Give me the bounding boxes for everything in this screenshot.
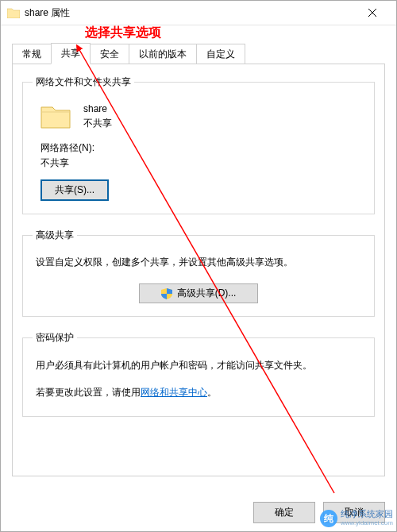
network-path-value: 不共享	[40, 156, 364, 170]
close-button[interactable]	[355, 1, 390, 25]
advanced-sharing-button-label: 高级共享(D)...	[177, 287, 237, 300]
shield-icon	[161, 288, 172, 299]
group-password-protection-legend: 密码保护	[33, 331, 77, 345]
watermark-url: www.yidaimei.com	[341, 519, 393, 528]
watermark-brand: 纯净系统家园	[341, 509, 393, 519]
tab-custom[interactable]: 自定义	[196, 44, 245, 64]
network-path-label: 网络路径(N):	[40, 141, 364, 155]
password-text-1: 用户必须具有此计算机的用户帐户和密码，才能访问共享文件夹。	[36, 357, 361, 373]
password-text-2-suffix: 。	[207, 387, 217, 398]
tab-body: 网络文件和文件夹共享 share 不共享 网络路径(N): 不共享 共享(S).…	[12, 64, 385, 476]
tab-security[interactable]: 安全	[90, 44, 129, 64]
watermark: 纯 纯净系统家园 www.yidaimei.com	[320, 509, 393, 528]
share-button[interactable]: 共享(S)...	[40, 179, 109, 201]
folder-share-status: 不共享	[83, 116, 112, 130]
properties-window: share 属性 选择共享选项 常规 共享 安全 以前的版本 自定义 网络文件和…	[0, 0, 397, 532]
titlebar: share 属性	[1, 1, 396, 25]
password-text-2: 若要更改此设置，请使用网络和共享中心。	[36, 384, 361, 400]
network-sharing-center-link[interactable]: 网络和共享中心	[141, 387, 207, 398]
watermark-text: 纯净系统家园 www.yidaimei.com	[341, 509, 393, 528]
tab-previous-versions[interactable]: 以前的版本	[129, 44, 197, 64]
tab-share[interactable]: 共享	[51, 43, 91, 64]
group-password-protection: 密码保护 用户必须具有此计算机的用户帐户和密码，才能访问共享文件夹。 若要更改此…	[22, 331, 375, 417]
folder-large-icon	[40, 103, 71, 129]
advanced-sharing-button[interactable]: 高级共享(D)...	[139, 283, 258, 303]
advanced-sharing-text: 设置自定义权限，创建多个共享，并设置其他高级共享选项。	[36, 255, 361, 269]
group-advanced-sharing: 高级共享 设置自定义权限，创建多个共享，并设置其他高级共享选项。 高级共享(D)…	[22, 229, 375, 317]
password-text-2-prefix: 若要更改此设置，请使用	[36, 387, 141, 398]
tab-strip: 常规 共享 安全 以前的版本 自定义	[12, 44, 396, 64]
tab-general[interactable]: 常规	[12, 44, 52, 64]
folder-info: share 不共享	[83, 102, 112, 130]
group-network-sharing-legend: 网络文件和文件夹共享	[33, 75, 134, 89]
group-advanced-sharing-legend: 高级共享	[33, 229, 77, 242]
window-title: share 属性	[25, 6, 355, 20]
group-network-sharing: 网络文件和文件夹共享 share 不共享 网络路径(N): 不共享 共享(S).…	[22, 75, 375, 214]
annotation-text: 选择共享选项	[85, 25, 161, 41]
ok-button[interactable]: 确定	[253, 502, 315, 523]
folder-name: share	[83, 102, 112, 116]
folder-icon	[7, 7, 20, 18]
folder-info-row: share 不共享	[40, 102, 364, 130]
watermark-badge-icon: 纯	[320, 510, 337, 527]
